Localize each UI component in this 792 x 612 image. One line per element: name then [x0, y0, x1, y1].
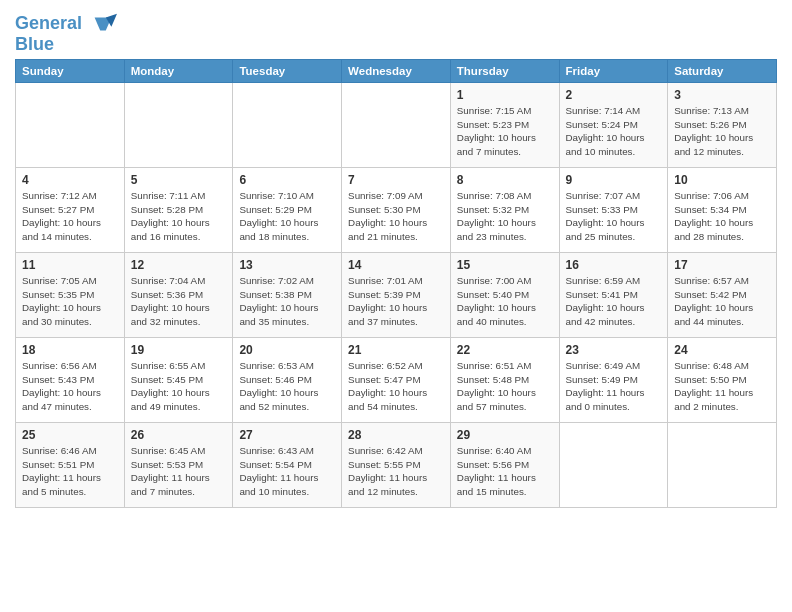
day-info: Sunrise: 6:57 AM Sunset: 5:42 PM Dayligh…	[674, 274, 770, 329]
day-cell: 12Sunrise: 7:04 AM Sunset: 5:36 PM Dayli…	[124, 253, 233, 338]
day-cell: 19Sunrise: 6:55 AM Sunset: 5:45 PM Dayli…	[124, 338, 233, 423]
day-cell: 16Sunrise: 6:59 AM Sunset: 5:41 PM Dayli…	[559, 253, 668, 338]
day-cell	[124, 83, 233, 168]
day-info: Sunrise: 7:13 AM Sunset: 5:26 PM Dayligh…	[674, 104, 770, 159]
day-number: 10	[674, 173, 770, 187]
day-cell: 13Sunrise: 7:02 AM Sunset: 5:38 PM Dayli…	[233, 253, 342, 338]
week-row-3: 11Sunrise: 7:05 AM Sunset: 5:35 PM Dayli…	[16, 253, 777, 338]
day-number: 13	[239, 258, 335, 272]
day-info: Sunrise: 6:59 AM Sunset: 5:41 PM Dayligh…	[566, 274, 662, 329]
week-row-4: 18Sunrise: 6:56 AM Sunset: 5:43 PM Dayli…	[16, 338, 777, 423]
day-cell: 28Sunrise: 6:42 AM Sunset: 5:55 PM Dayli…	[342, 423, 451, 508]
day-number: 1	[457, 88, 553, 102]
day-number: 24	[674, 343, 770, 357]
day-info: Sunrise: 7:09 AM Sunset: 5:30 PM Dayligh…	[348, 189, 444, 244]
day-cell: 11Sunrise: 7:05 AM Sunset: 5:35 PM Dayli…	[16, 253, 125, 338]
day-number: 11	[22, 258, 118, 272]
day-number: 7	[348, 173, 444, 187]
day-info: Sunrise: 6:48 AM Sunset: 5:50 PM Dayligh…	[674, 359, 770, 414]
day-info: Sunrise: 6:53 AM Sunset: 5:46 PM Dayligh…	[239, 359, 335, 414]
day-cell: 25Sunrise: 6:46 AM Sunset: 5:51 PM Dayli…	[16, 423, 125, 508]
day-number: 2	[566, 88, 662, 102]
day-info: Sunrise: 7:01 AM Sunset: 5:39 PM Dayligh…	[348, 274, 444, 329]
week-row-2: 4Sunrise: 7:12 AM Sunset: 5:27 PM Daylig…	[16, 168, 777, 253]
day-info: Sunrise: 7:04 AM Sunset: 5:36 PM Dayligh…	[131, 274, 227, 329]
day-cell: 14Sunrise: 7:01 AM Sunset: 5:39 PM Dayli…	[342, 253, 451, 338]
day-cell: 7Sunrise: 7:09 AM Sunset: 5:30 PM Daylig…	[342, 168, 451, 253]
day-cell: 18Sunrise: 6:56 AM Sunset: 5:43 PM Dayli…	[16, 338, 125, 423]
day-info: Sunrise: 6:42 AM Sunset: 5:55 PM Dayligh…	[348, 444, 444, 499]
day-number: 6	[239, 173, 335, 187]
day-number: 8	[457, 173, 553, 187]
header-cell-thursday: Thursday	[450, 60, 559, 83]
day-number: 23	[566, 343, 662, 357]
day-number: 5	[131, 173, 227, 187]
page-container: General Blue SundayMondayTuesdayWednesda…	[0, 0, 792, 513]
logo-icon	[89, 10, 117, 38]
day-info: Sunrise: 7:05 AM Sunset: 5:35 PM Dayligh…	[22, 274, 118, 329]
header-cell-tuesday: Tuesday	[233, 60, 342, 83]
day-number: 22	[457, 343, 553, 357]
day-info: Sunrise: 6:40 AM Sunset: 5:56 PM Dayligh…	[457, 444, 553, 499]
day-info: Sunrise: 7:10 AM Sunset: 5:29 PM Dayligh…	[239, 189, 335, 244]
header-cell-saturday: Saturday	[668, 60, 777, 83]
day-cell: 29Sunrise: 6:40 AM Sunset: 5:56 PM Dayli…	[450, 423, 559, 508]
day-cell: 1Sunrise: 7:15 AM Sunset: 5:23 PM Daylig…	[450, 83, 559, 168]
day-number: 18	[22, 343, 118, 357]
day-info: Sunrise: 6:49 AM Sunset: 5:49 PM Dayligh…	[566, 359, 662, 414]
day-cell	[342, 83, 451, 168]
day-info: Sunrise: 7:02 AM Sunset: 5:38 PM Dayligh…	[239, 274, 335, 329]
day-number: 28	[348, 428, 444, 442]
day-number: 29	[457, 428, 553, 442]
day-cell: 20Sunrise: 6:53 AM Sunset: 5:46 PM Dayli…	[233, 338, 342, 423]
header-row: SundayMondayTuesdayWednesdayThursdayFrid…	[16, 60, 777, 83]
day-info: Sunrise: 7:14 AM Sunset: 5:24 PM Dayligh…	[566, 104, 662, 159]
day-info: Sunrise: 6:45 AM Sunset: 5:53 PM Dayligh…	[131, 444, 227, 499]
logo: General Blue	[15, 10, 117, 55]
day-cell	[559, 423, 668, 508]
day-number: 3	[674, 88, 770, 102]
day-info: Sunrise: 7:12 AM Sunset: 5:27 PM Dayligh…	[22, 189, 118, 244]
day-cell: 26Sunrise: 6:45 AM Sunset: 5:53 PM Dayli…	[124, 423, 233, 508]
header-cell-wednesday: Wednesday	[342, 60, 451, 83]
day-number: 9	[566, 173, 662, 187]
day-cell: 27Sunrise: 6:43 AM Sunset: 5:54 PM Dayli…	[233, 423, 342, 508]
header-cell-friday: Friday	[559, 60, 668, 83]
day-cell: 4Sunrise: 7:12 AM Sunset: 5:27 PM Daylig…	[16, 168, 125, 253]
day-number: 27	[239, 428, 335, 442]
day-cell: 9Sunrise: 7:07 AM Sunset: 5:33 PM Daylig…	[559, 168, 668, 253]
day-cell: 2Sunrise: 7:14 AM Sunset: 5:24 PM Daylig…	[559, 83, 668, 168]
day-number: 14	[348, 258, 444, 272]
day-info: Sunrise: 7:08 AM Sunset: 5:32 PM Dayligh…	[457, 189, 553, 244]
day-info: Sunrise: 6:56 AM Sunset: 5:43 PM Dayligh…	[22, 359, 118, 414]
day-info: Sunrise: 6:55 AM Sunset: 5:45 PM Dayligh…	[131, 359, 227, 414]
day-cell: 3Sunrise: 7:13 AM Sunset: 5:26 PM Daylig…	[668, 83, 777, 168]
day-info: Sunrise: 6:51 AM Sunset: 5:48 PM Dayligh…	[457, 359, 553, 414]
day-info: Sunrise: 7:06 AM Sunset: 5:34 PM Dayligh…	[674, 189, 770, 244]
day-number: 17	[674, 258, 770, 272]
day-number: 4	[22, 173, 118, 187]
day-cell	[16, 83, 125, 168]
day-info: Sunrise: 7:00 AM Sunset: 5:40 PM Dayligh…	[457, 274, 553, 329]
calendar-header: SundayMondayTuesdayWednesdayThursdayFrid…	[16, 60, 777, 83]
day-number: 20	[239, 343, 335, 357]
day-info: Sunrise: 6:52 AM Sunset: 5:47 PM Dayligh…	[348, 359, 444, 414]
calendar-body: 1Sunrise: 7:15 AM Sunset: 5:23 PM Daylig…	[16, 83, 777, 508]
day-info: Sunrise: 7:11 AM Sunset: 5:28 PM Dayligh…	[131, 189, 227, 244]
header-cell-sunday: Sunday	[16, 60, 125, 83]
day-cell: 5Sunrise: 7:11 AM Sunset: 5:28 PM Daylig…	[124, 168, 233, 253]
day-cell	[668, 423, 777, 508]
day-cell: 17Sunrise: 6:57 AM Sunset: 5:42 PM Dayli…	[668, 253, 777, 338]
day-info: Sunrise: 6:43 AM Sunset: 5:54 PM Dayligh…	[239, 444, 335, 499]
day-info: Sunrise: 7:15 AM Sunset: 5:23 PM Dayligh…	[457, 104, 553, 159]
day-info: Sunrise: 6:46 AM Sunset: 5:51 PM Dayligh…	[22, 444, 118, 499]
day-number: 12	[131, 258, 227, 272]
week-row-1: 1Sunrise: 7:15 AM Sunset: 5:23 PM Daylig…	[16, 83, 777, 168]
day-number: 21	[348, 343, 444, 357]
day-info: Sunrise: 7:07 AM Sunset: 5:33 PM Dayligh…	[566, 189, 662, 244]
day-number: 19	[131, 343, 227, 357]
week-row-5: 25Sunrise: 6:46 AM Sunset: 5:51 PM Dayli…	[16, 423, 777, 508]
day-cell: 10Sunrise: 7:06 AM Sunset: 5:34 PM Dayli…	[668, 168, 777, 253]
day-number: 15	[457, 258, 553, 272]
header-cell-monday: Monday	[124, 60, 233, 83]
